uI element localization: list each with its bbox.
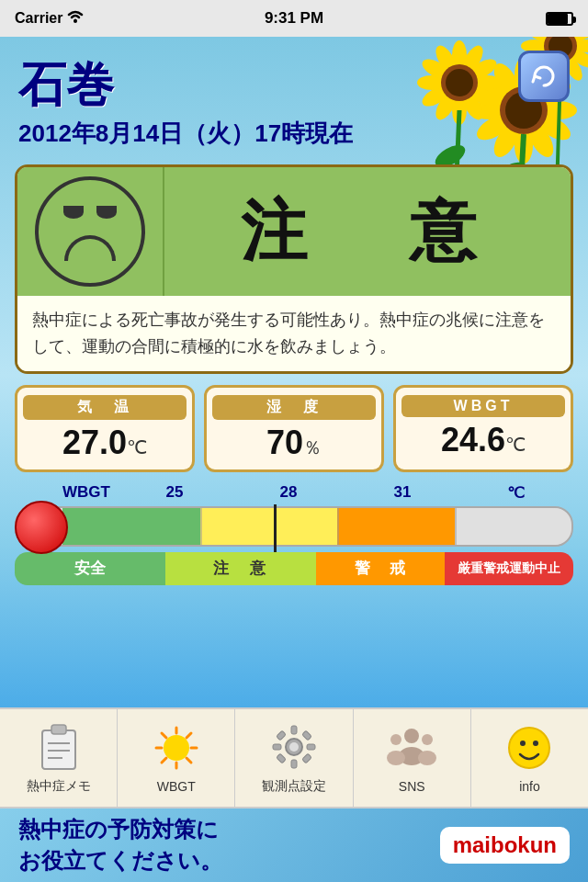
svg-line-60 bbox=[187, 733, 191, 738]
gear-icon bbox=[268, 721, 320, 773]
gauge-segments: 安全 注 意 警 戒 厳重警戒運動中止 bbox=[15, 552, 573, 585]
svg-rect-68 bbox=[277, 730, 287, 741]
svg-line-61 bbox=[162, 758, 166, 763]
svg-rect-70 bbox=[277, 753, 287, 763]
eye-left bbox=[63, 206, 84, 219]
banner-text: 熱中症の予防対策にお役立てください。 bbox=[18, 814, 440, 876]
header: 石巻 2012年8月14日（火）17時現在 bbox=[0, 37, 588, 157]
svg-rect-71 bbox=[302, 753, 312, 763]
seg-danger: 厳重警戒運動中止 bbox=[445, 552, 573, 585]
svg-rect-69 bbox=[302, 730, 312, 741]
wbgt-unit: ℃ bbox=[505, 435, 526, 455]
seg-caution: 注 意 bbox=[165, 552, 316, 585]
svg-rect-64 bbox=[291, 726, 297, 734]
humidity-label: 湿 度 bbox=[212, 395, 376, 420]
gauge-section: WBGT 25 28 31 ℃ bbox=[15, 483, 573, 585]
people-icon bbox=[386, 722, 437, 774]
gauge-bar bbox=[15, 506, 573, 547]
wifi-icon bbox=[66, 9, 85, 28]
wbgt-label: WBGT bbox=[401, 395, 565, 417]
svg-line-59 bbox=[187, 758, 191, 763]
refresh-button[interactable] bbox=[518, 51, 570, 102]
seg-warning: 警 戒 bbox=[316, 552, 445, 585]
seg-safe: 安全 bbox=[15, 552, 165, 585]
brand-text: maibokun bbox=[453, 832, 557, 857]
status-bar: Carrier 9:31 PM bbox=[0, 0, 588, 37]
svg-line-58 bbox=[162, 733, 166, 738]
svg-point-80 bbox=[533, 741, 538, 746]
svg-point-77 bbox=[418, 751, 436, 765]
nav-wbgt[interactable]: WBGT bbox=[118, 709, 235, 807]
main-content: 石巻 2012年8月14日（火）17時現在 注 意 bbox=[0, 37, 588, 882]
gauge-num-31: 31 bbox=[393, 483, 411, 503]
nav-wbgt-label: WBGT bbox=[157, 779, 196, 794]
wbgt-stat: WBGT 24.6℃ bbox=[393, 385, 573, 472]
nav-sns[interactable]: SNS bbox=[354, 709, 471, 807]
clipboard-icon bbox=[33, 721, 85, 773]
humidity-unit: ％ bbox=[303, 437, 322, 458]
svg-point-78 bbox=[509, 728, 549, 768]
stats-row: 気 温 27.0℃ 湿 度 70％ WBGT 24.6℃ bbox=[15, 385, 573, 472]
city-name: 石巻 bbox=[18, 53, 570, 118]
sun-icon bbox=[151, 722, 202, 774]
svg-rect-67 bbox=[307, 744, 315, 750]
eye-right bbox=[96, 206, 117, 219]
gauge-indicator bbox=[274, 504, 277, 552]
gauge-ball bbox=[15, 501, 68, 554]
status-time: 9:31 PM bbox=[265, 9, 323, 28]
gauge-num-28: 28 bbox=[279, 483, 297, 503]
gauge-num-25: 25 bbox=[165, 483, 183, 503]
svg-point-63 bbox=[289, 742, 299, 752]
svg-point-53 bbox=[164, 735, 189, 761]
battery-icon bbox=[546, 12, 573, 26]
face-mouth bbox=[64, 235, 116, 261]
svg-point-72 bbox=[404, 729, 419, 743]
bottom-nav: 熱中症メモ WBG bbox=[0, 707, 588, 808]
warning-description: 熱中症による死亡事故が発生する可能性あり。熱中症の兆候に注意をして、運動の合間に… bbox=[17, 296, 571, 371]
gauge-unit: ℃ bbox=[507, 483, 525, 503]
nav-memo-label: 熱中症メモ bbox=[27, 778, 91, 795]
nav-sns-label: SNS bbox=[399, 779, 425, 794]
wbgt-value: 24.6 bbox=[441, 421, 505, 458]
temp-unit: ℃ bbox=[127, 437, 147, 458]
gauge-wbgt-label: WBGT bbox=[62, 483, 110, 503]
temp-label: 気 温 bbox=[23, 395, 187, 420]
svg-point-74 bbox=[390, 734, 401, 745]
carrier-label: Carrier bbox=[15, 10, 62, 27]
svg-rect-66 bbox=[273, 744, 281, 750]
svg-point-76 bbox=[422, 734, 433, 745]
svg-point-79 bbox=[520, 741, 526, 746]
brand-logo: maibokun bbox=[440, 827, 570, 864]
temp-value: 27.0 bbox=[62, 424, 127, 461]
nav-settings-label: 観測点設定 bbox=[262, 778, 326, 795]
humidity-stat: 湿 度 70％ bbox=[204, 385, 384, 472]
warning-face bbox=[17, 167, 164, 296]
svg-point-75 bbox=[387, 751, 405, 765]
nav-info-label: info bbox=[519, 779, 540, 794]
svg-point-0 bbox=[74, 19, 77, 23]
nav-memo[interactable]: 熱中症メモ bbox=[0, 709, 118, 807]
nav-info[interactable]: info bbox=[471, 709, 588, 807]
svg-rect-65 bbox=[291, 760, 297, 768]
date-line: 2012年8月14日（火）17時現在 bbox=[18, 118, 570, 150]
warning-level: 注 意 bbox=[241, 187, 494, 276]
nav-settings[interactable]: 観測点設定 bbox=[235, 709, 353, 807]
svg-rect-49 bbox=[51, 725, 66, 734]
humidity-value: 70 bbox=[266, 424, 303, 461]
temp-stat: 気 温 27.0℃ bbox=[15, 385, 195, 472]
bottom-banner: 熱中症の予防対策にお役立てください。 maibokun bbox=[0, 808, 588, 882]
smiley-icon bbox=[503, 722, 555, 774]
warning-box: 注 意 熱中症による死亡事故が発生する可能性あり。熱中症の兆候に注意をして、運動… bbox=[15, 164, 573, 374]
